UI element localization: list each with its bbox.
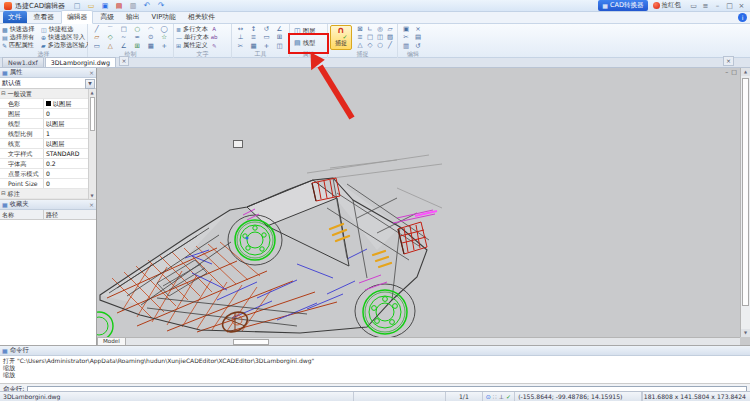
draw-tool-icon[interactable]: □ [117,25,131,33]
snap-mode-icon[interactable]: ◫ [375,33,385,41]
tool-icon[interactable]: + [260,42,273,50]
mdi-restore-icon[interactable]: □ [731,68,737,76]
draw-tool-icon[interactable]: ╱ [90,25,104,33]
draw-tool-icon[interactable]: ○ [131,25,145,33]
quick-access-icon[interactable]: ▭ [86,2,96,10]
quick-access-icon[interactable]: ▥ [128,2,138,10]
status-toggle-icon[interactable]: ⊙ [486,393,491,400]
tool-icon[interactable]: ▭ [260,33,273,41]
tab-output[interactable]: 输出 [121,11,145,23]
property-row-lineweight[interactable]: 线宽以图层 [0,139,96,149]
cad-converter-button[interactable]: ▦ CAD转换器 [598,0,647,11]
properties-close-icon[interactable]: × [89,69,94,76]
draw-tool-icon[interactable]: ≈ [131,33,145,41]
select-all-button[interactable]: ▤选择所有 [2,33,40,41]
text-side-icon[interactable]: ✎ [211,42,218,50]
doc-tab-new1[interactable]: New1.dxf [2,57,44,67]
snap-mode-icon[interactable]: ⊠ [355,25,365,33]
draw-tool-icon[interactable]: + [158,42,172,50]
tab-editor[interactable]: 编辑器 [61,10,93,24]
drawing-canvas[interactable]: – □ ▲ ▼ Model [97,68,750,345]
draw-tool-icon[interactable]: ∠ [117,42,131,50]
snap-mode-icon[interactable]: ○ [375,41,385,49]
edit-icon[interactable]: ▥ [400,42,412,50]
snap-toggle-button[interactable]: ∩ ✓ 捕捉 [330,25,352,50]
draw-tool-icon[interactable]: ⊞ [131,42,145,50]
quick-region-import-button[interactable]: ⊕快速选区导入 [41,33,88,41]
draw-tool-icon[interactable]: △ [104,42,118,50]
text-side-icon[interactable]: A [211,25,218,33]
snap-mode-icon[interactable]: ◇ [365,41,375,49]
status-toggle-icon[interactable]: ∷ [493,393,497,400]
preset-dropdown[interactable]: 默认值 ▼ [0,78,96,89]
match-props-button[interactable]: ✎匹配属性 [2,42,40,50]
draw-tool-icon[interactable]: ~ [117,33,131,41]
snap-mode-icon[interactable]: ≡ [355,33,365,41]
info-icon[interactable]: i [738,13,747,22]
quick-access-icon[interactable]: ▤ [114,2,124,10]
tool-icon[interactable]: ↺ [260,25,273,33]
quick-access-icon[interactable]: ▣ [100,2,110,10]
favorites-list[interactable] [0,220,96,359]
tool-icon[interactable]: ↔ [234,25,247,33]
tool-icon[interactable]: ⊥ [234,33,247,41]
draw-tool-icon[interactable]: ☆ [158,33,172,41]
doc-tab-close-icon[interactable]: × [119,56,129,66]
tab-vip[interactable]: VIP功能 [147,11,181,23]
quick-select-button[interactable]: ▩快速选择 [2,25,40,33]
edit-icon[interactable]: ▣ [400,25,412,33]
draw-tool-icon[interactable]: ◇ [104,33,118,41]
window-control-icon[interactable]: ≡ [701,1,710,11]
quick-box-select-button[interactable]: ◫快捷框选 [41,25,88,33]
property-row-linetype[interactable]: 线型以图层 [0,119,96,129]
collapse-icon[interactable]: ⊟ [1,189,6,198]
draw-tool-icon[interactable]: ⊙ [144,33,158,41]
status-toggle-icon[interactable]: ✓ [506,393,511,400]
draw-tool-icon[interactable]: ⌒ [104,25,118,33]
property-row-fontheight[interactable]: 字体高0.2 [0,159,96,169]
snap-mode-icon[interactable]: □ [365,33,375,41]
draw-tool-icon[interactable]: ▦ [144,42,158,50]
tab-file[interactable]: 文件 [3,11,27,23]
mtext-button[interactable]: ≣多行文本 [176,25,209,33]
quick-access-icon[interactable]: ↶ [142,1,152,10]
window-control-icon[interactable]: × [737,1,746,11]
edit-icon[interactable]: ▤ [412,33,424,41]
scroll-down-icon[interactable]: ▼ [741,329,750,337]
preset-dropdown-icon[interactable]: ▼ [85,79,95,89]
snap-mode-icon[interactable]: ╱ [385,41,395,49]
scroll-down-icon[interactable]: ▼ [89,192,95,199]
attdef-button[interactable]: ⊞属性定义 [176,42,209,50]
favorites-col-name[interactable]: 名称 [0,210,44,219]
edit-icon[interactable]: × [412,25,424,33]
property-row-layer[interactable]: 图层0 [0,109,96,119]
mdi-minimize-icon[interactable]: – [725,68,728,76]
tool-icon[interactable]: ↕ [247,25,260,33]
property-section-general[interactable]: ⊟一般设置 [0,89,96,99]
tool-icon[interactable]: ≡ [247,33,260,41]
scroll-up-icon[interactable]: ▲ [741,68,750,76]
property-row-color[interactable]: 色彩以图层 [0,99,96,109]
snap-mode-icon[interactable]: ▨ [385,33,395,41]
doc-tab-lamborgini[interactable]: 3DLamborgini.dwg [45,57,116,67]
tab-advanced[interactable]: 高级 [95,11,119,23]
document-close-icon[interactable]: × [723,56,734,66]
property-section-dimension[interactable]: ⊟标注 [0,189,96,199]
tool-icon[interactable]: ✂ [234,42,247,50]
property-grid-scrollbar[interactable]: ▲ ▼ [88,89,96,199]
snap-mode-icon[interactable]: ◎ [375,25,385,33]
edit-icon[interactable]: ↺ [412,42,424,50]
red-packet-button[interactable]: 抢红包 [653,1,682,10]
favorites-close-icon[interactable]: × [89,201,94,208]
draw-tool-icon[interactable]: ◠ [144,25,158,33]
snap-mode-icon[interactable]: ∟ [365,25,375,33]
quick-access-icon[interactable]: □ [72,2,82,10]
snap-mode-icon[interactable]: △ [355,41,365,49]
draw-tool-icon[interactable]: ◯ [158,25,172,33]
horizontal-scrollbar[interactable]: Model [97,337,740,345]
snap-mode-icon[interactable]: ▱ [385,25,395,33]
edit-icon[interactable]: ✂ [400,33,412,41]
vertical-scrollbar[interactable]: ▲ ▼ [740,68,750,337]
status-toggle-icon[interactable]: ⊥ [499,393,504,400]
draw-tool-icon[interactable]: ▱ [90,33,104,41]
